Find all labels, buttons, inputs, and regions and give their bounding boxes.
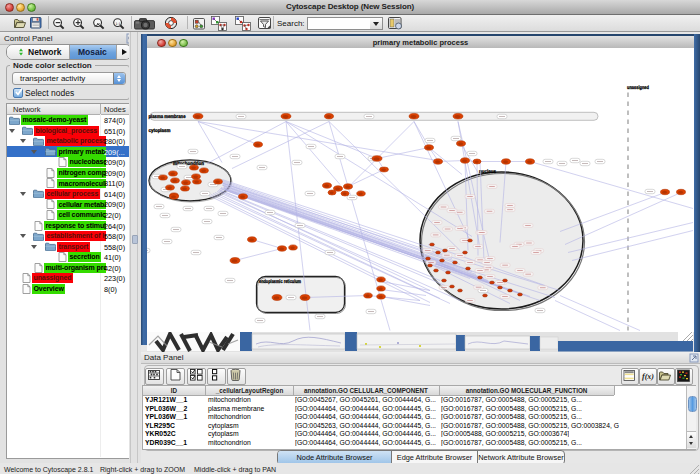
svg-text:nucleus: nucleus (479, 169, 496, 175)
svg-text:unassigned: unassigned (627, 84, 649, 90)
svg-text:f(x): f(x) (642, 371, 654, 380)
svg-text:1:1: 1:1 (116, 22, 121, 26)
svg-text:endoplasmic reticulum: endoplasmic reticulum (259, 279, 301, 285)
svg-text:plasma membrane: plasma membrane (149, 114, 186, 120)
svg-text:cytoplasm: cytoplasm (149, 128, 171, 134)
